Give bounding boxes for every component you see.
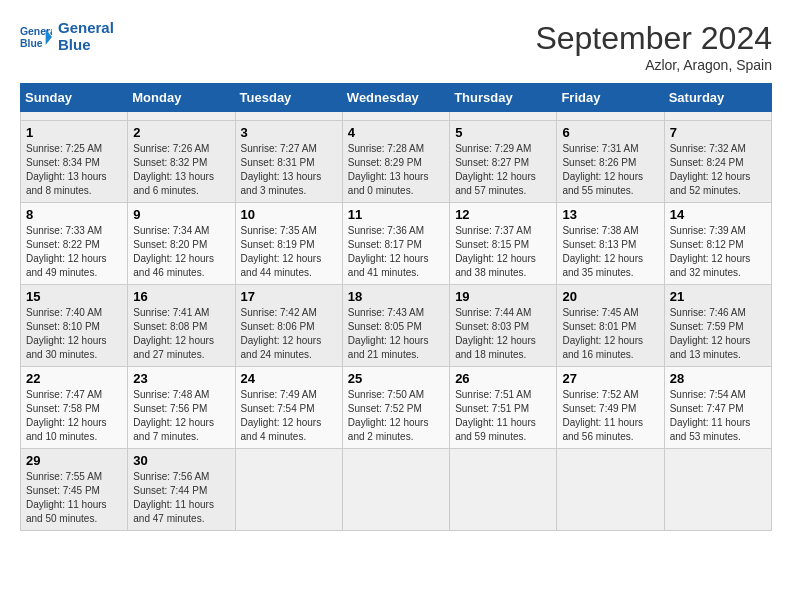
day-detail: Sunrise: 7:45 AM Sunset: 8:01 PM Dayligh… <box>562 306 658 362</box>
day-detail: Sunrise: 7:27 AM Sunset: 8:31 PM Dayligh… <box>241 142 337 198</box>
day-number: 10 <box>241 207 337 222</box>
calendar-cell <box>235 112 342 121</box>
day-detail: Sunrise: 7:43 AM Sunset: 8:05 PM Dayligh… <box>348 306 444 362</box>
calendar-cell: 22Sunrise: 7:47 AM Sunset: 7:58 PM Dayli… <box>21 367 128 449</box>
calendar-cell: 20Sunrise: 7:45 AM Sunset: 8:01 PM Dayli… <box>557 285 664 367</box>
calendar-cell: 26Sunrise: 7:51 AM Sunset: 7:51 PM Dayli… <box>450 367 557 449</box>
day-number: 30 <box>133 453 229 468</box>
calendar-cell: 17Sunrise: 7:42 AM Sunset: 8:06 PM Dayli… <box>235 285 342 367</box>
day-detail: Sunrise: 7:42 AM Sunset: 8:06 PM Dayligh… <box>241 306 337 362</box>
calendar-cell: 18Sunrise: 7:43 AM Sunset: 8:05 PM Dayli… <box>342 285 449 367</box>
day-detail: Sunrise: 7:51 AM Sunset: 7:51 PM Dayligh… <box>455 388 551 444</box>
day-number: 12 <box>455 207 551 222</box>
day-detail: Sunrise: 7:46 AM Sunset: 7:59 PM Dayligh… <box>670 306 766 362</box>
day-number: 23 <box>133 371 229 386</box>
day-number: 26 <box>455 371 551 386</box>
header-monday: Monday <box>128 84 235 112</box>
calendar-cell: 21Sunrise: 7:46 AM Sunset: 7:59 PM Dayli… <box>664 285 771 367</box>
calendar-cell: 5Sunrise: 7:29 AM Sunset: 8:27 PM Daylig… <box>450 121 557 203</box>
calendar-cell <box>450 449 557 531</box>
logo-icon: General Blue <box>20 21 52 53</box>
location: Azlor, Aragon, Spain <box>535 57 772 73</box>
day-number: 22 <box>26 371 122 386</box>
calendar-cell: 4Sunrise: 7:28 AM Sunset: 8:29 PM Daylig… <box>342 121 449 203</box>
day-number: 18 <box>348 289 444 304</box>
day-detail: Sunrise: 7:34 AM Sunset: 8:20 PM Dayligh… <box>133 224 229 280</box>
header-wednesday: Wednesday <box>342 84 449 112</box>
day-detail: Sunrise: 7:56 AM Sunset: 7:44 PM Dayligh… <box>133 470 229 526</box>
day-detail: Sunrise: 7:50 AM Sunset: 7:52 PM Dayligh… <box>348 388 444 444</box>
day-number: 17 <box>241 289 337 304</box>
calendar-week-2: 8Sunrise: 7:33 AM Sunset: 8:22 PM Daylig… <box>21 203 772 285</box>
day-number: 19 <box>455 289 551 304</box>
calendar-cell: 1Sunrise: 7:25 AM Sunset: 8:34 PM Daylig… <box>21 121 128 203</box>
month-title: September 2024 <box>535 20 772 57</box>
calendar-cell: 29Sunrise: 7:55 AM Sunset: 7:45 PM Dayli… <box>21 449 128 531</box>
day-number: 4 <box>348 125 444 140</box>
day-detail: Sunrise: 7:48 AM Sunset: 7:56 PM Dayligh… <box>133 388 229 444</box>
day-detail: Sunrise: 7:29 AM Sunset: 8:27 PM Dayligh… <box>455 142 551 198</box>
day-detail: Sunrise: 7:25 AM Sunset: 8:34 PM Dayligh… <box>26 142 122 198</box>
calendar-cell: 23Sunrise: 7:48 AM Sunset: 7:56 PM Dayli… <box>128 367 235 449</box>
day-number: 2 <box>133 125 229 140</box>
calendar-cell: 15Sunrise: 7:40 AM Sunset: 8:10 PM Dayli… <box>21 285 128 367</box>
calendar-cell: 14Sunrise: 7:39 AM Sunset: 8:12 PM Dayli… <box>664 203 771 285</box>
calendar-week-3: 15Sunrise: 7:40 AM Sunset: 8:10 PM Dayli… <box>21 285 772 367</box>
day-detail: Sunrise: 7:55 AM Sunset: 7:45 PM Dayligh… <box>26 470 122 526</box>
day-detail: Sunrise: 7:32 AM Sunset: 8:24 PM Dayligh… <box>670 142 766 198</box>
calendar-cell: 11Sunrise: 7:36 AM Sunset: 8:17 PM Dayli… <box>342 203 449 285</box>
day-number: 1 <box>26 125 122 140</box>
day-detail: Sunrise: 7:47 AM Sunset: 7:58 PM Dayligh… <box>26 388 122 444</box>
day-number: 24 <box>241 371 337 386</box>
calendar-cell: 30Sunrise: 7:56 AM Sunset: 7:44 PM Dayli… <box>128 449 235 531</box>
header-thursday: Thursday <box>450 84 557 112</box>
title-block: September 2024 Azlor, Aragon, Spain <box>535 20 772 73</box>
day-detail: Sunrise: 7:49 AM Sunset: 7:54 PM Dayligh… <box>241 388 337 444</box>
day-detail: Sunrise: 7:41 AM Sunset: 8:08 PM Dayligh… <box>133 306 229 362</box>
calendar-week-4: 22Sunrise: 7:47 AM Sunset: 7:58 PM Dayli… <box>21 367 772 449</box>
day-detail: Sunrise: 7:28 AM Sunset: 8:29 PM Dayligh… <box>348 142 444 198</box>
calendar-week-1: 1Sunrise: 7:25 AM Sunset: 8:34 PM Daylig… <box>21 121 772 203</box>
day-detail: Sunrise: 7:35 AM Sunset: 8:19 PM Dayligh… <box>241 224 337 280</box>
day-detail: Sunrise: 7:31 AM Sunset: 8:26 PM Dayligh… <box>562 142 658 198</box>
day-number: 21 <box>670 289 766 304</box>
header-tuesday: Tuesday <box>235 84 342 112</box>
day-number: 20 <box>562 289 658 304</box>
calendar-cell: 25Sunrise: 7:50 AM Sunset: 7:52 PM Dayli… <box>342 367 449 449</box>
calendar-cell <box>450 112 557 121</box>
day-number: 25 <box>348 371 444 386</box>
header-saturday: Saturday <box>664 84 771 112</box>
day-detail: Sunrise: 7:52 AM Sunset: 7:49 PM Dayligh… <box>562 388 658 444</box>
day-detail: Sunrise: 7:26 AM Sunset: 8:32 PM Dayligh… <box>133 142 229 198</box>
header-friday: Friday <box>557 84 664 112</box>
day-detail: Sunrise: 7:37 AM Sunset: 8:15 PM Dayligh… <box>455 224 551 280</box>
day-number: 11 <box>348 207 444 222</box>
logo-text-blue: Blue <box>58 37 114 54</box>
calendar-cell: 7Sunrise: 7:32 AM Sunset: 8:24 PM Daylig… <box>664 121 771 203</box>
day-number: 15 <box>26 289 122 304</box>
header-sunday: Sunday <box>21 84 128 112</box>
calendar-table: SundayMondayTuesdayWednesdayThursdayFrid… <box>20 83 772 531</box>
day-number: 6 <box>562 125 658 140</box>
calendar-cell: 10Sunrise: 7:35 AM Sunset: 8:19 PM Dayli… <box>235 203 342 285</box>
calendar-cell <box>342 449 449 531</box>
calendar-cell: 3Sunrise: 7:27 AM Sunset: 8:31 PM Daylig… <box>235 121 342 203</box>
day-number: 5 <box>455 125 551 140</box>
day-number: 14 <box>670 207 766 222</box>
calendar-cell <box>664 449 771 531</box>
page-header: General Blue General Blue September 2024… <box>20 20 772 73</box>
day-detail: Sunrise: 7:54 AM Sunset: 7:47 PM Dayligh… <box>670 388 766 444</box>
calendar-cell: 16Sunrise: 7:41 AM Sunset: 8:08 PM Dayli… <box>128 285 235 367</box>
day-number: 13 <box>562 207 658 222</box>
day-detail: Sunrise: 7:44 AM Sunset: 8:03 PM Dayligh… <box>455 306 551 362</box>
calendar-week-5: 29Sunrise: 7:55 AM Sunset: 7:45 PM Dayli… <box>21 449 772 531</box>
calendar-cell: 2Sunrise: 7:26 AM Sunset: 8:32 PM Daylig… <box>128 121 235 203</box>
calendar-cell: 8Sunrise: 7:33 AM Sunset: 8:22 PM Daylig… <box>21 203 128 285</box>
day-number: 27 <box>562 371 658 386</box>
calendar-cell <box>342 112 449 121</box>
day-number: 9 <box>133 207 229 222</box>
calendar-cell <box>557 112 664 121</box>
calendar-cell: 12Sunrise: 7:37 AM Sunset: 8:15 PM Dayli… <box>450 203 557 285</box>
logo-text-general: General <box>58 20 114 37</box>
svg-text:Blue: Blue <box>20 38 43 49</box>
